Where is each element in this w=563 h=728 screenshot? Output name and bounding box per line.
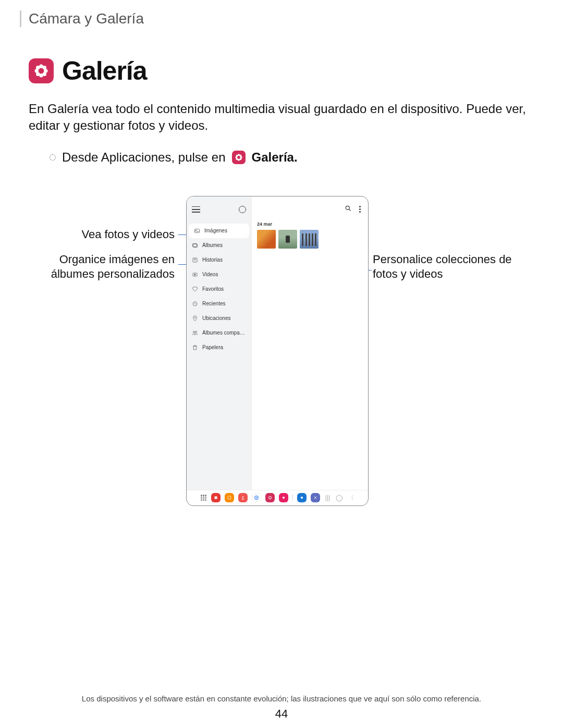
locations-icon (192, 315, 198, 322)
svg-point-8 (40, 69, 43, 72)
gallery-main-area: 24 mar (252, 196, 368, 490)
svg-point-38 (270, 497, 271, 498)
sidebar-item-label: Papelera (202, 344, 223, 350)
taskbar-app-icon[interactable] (238, 493, 248, 502)
sidebar-item-imagenes[interactable]: Imágenes (189, 224, 249, 238)
sidebar-item-albumes[interactable]: › Álbumes (187, 238, 251, 253)
breadcrumb: Cámara y Galería (20, 10, 534, 27)
photo-thumbnail[interactable] (278, 230, 297, 249)
instruction-row: Desde Aplicaciones, pulse en Galería. (50, 150, 534, 165)
sidebar-item-label: Videos (202, 272, 218, 277)
sidebar-item-favoritos[interactable]: Favoritos (187, 282, 251, 297)
breadcrumb-text: Cámara y Galería (29, 10, 534, 27)
sidebar-item-label: Ubicaciones (202, 315, 230, 321)
apps-grid-icon[interactable] (201, 495, 207, 501)
sidebar-item-label: Recientes (202, 301, 225, 306)
svg-point-32 (255, 497, 257, 499)
callout-organize-albums: Organice imágenes en álbumes personaliza… (29, 252, 175, 282)
bullet-icon (50, 154, 56, 161)
chevron-right-icon: › (186, 243, 187, 248)
svg-point-41 (282, 497, 284, 499)
gear-icon[interactable] (239, 206, 246, 213)
svg-point-25 (193, 331, 195, 332)
gallery-sidebar: Imágenes › Álbumes Historias (187, 196, 252, 490)
taskbar: ||| ◯ 〈 (187, 490, 368, 505)
nav-back-icon[interactable]: 〈 (347, 493, 354, 502)
svg-point-40 (270, 498, 271, 499)
sidebar-item-videos[interactable]: Videos (187, 267, 251, 282)
date-header: 24 mar (257, 221, 363, 227)
shared-albums-icon (192, 330, 198, 336)
sidebar-item-label: Favoritos (202, 286, 224, 292)
svg-point-15 (236, 158, 238, 160)
gallery-app-icon-small (232, 151, 246, 164)
device-mockup: Imágenes › Álbumes Historias (186, 196, 369, 506)
photo-thumbnails (257, 230, 363, 249)
svg-point-6 (36, 72, 40, 77)
sidebar-item-shared-albums[interactable]: Álbumes compart… (187, 326, 251, 340)
photo-thumbnail[interactable] (300, 230, 319, 249)
images-icon (194, 228, 200, 234)
gallery-app-icon (29, 58, 54, 83)
footnote: Los dispositivos y el software están en … (0, 694, 563, 703)
hamburger-icon[interactable] (192, 206, 200, 213)
callout-personalize-collections: Personalice colecciones de fotos y video… (373, 252, 519, 282)
sidebar-item-recientes[interactable]: Recientes (187, 297, 251, 311)
svg-point-37 (268, 497, 270, 498)
svg-point-16 (239, 158, 241, 160)
taskbar-app-icon[interactable] (225, 493, 234, 502)
callout-view-photos: Vea fotos y videos (29, 227, 175, 242)
svg-point-30 (242, 497, 243, 498)
instruction-app-name: Galería. (252, 150, 298, 165)
nav-recents-icon[interactable]: ||| (324, 494, 332, 501)
svg-point-35 (268, 497, 269, 498)
svg-point-36 (271, 497, 272, 498)
nav-home-icon[interactable]: ◯ (336, 494, 343, 501)
svg-point-24 (194, 317, 195, 318)
svg-point-5 (43, 66, 47, 70)
taskbar-chrome-icon[interactable] (252, 493, 261, 502)
sidebar-item-label: Álbumes compart… (202, 330, 246, 336)
svg-point-7 (43, 72, 47, 77)
taskbar-app-icon[interactable] (211, 493, 221, 502)
intro-text: En Galería vea todo el contenido multime… (29, 101, 534, 134)
more-options-icon[interactable] (359, 206, 361, 213)
svg-point-42 (300, 497, 302, 499)
sidebar-item-label: Imágenes (204, 228, 227, 233)
albums-icon (192, 242, 198, 249)
svg-point-13 (236, 154, 238, 156)
page-title: Galería (62, 56, 147, 86)
sidebar-item-label: Álbumes (202, 242, 223, 248)
diagram-area: Vea fotos y videos Organice imágenes en … (29, 196, 534, 509)
svg-point-39 (268, 498, 270, 499)
recent-icon (192, 301, 198, 307)
svg-rect-29 (228, 496, 231, 499)
photo-thumbnail[interactable] (257, 230, 276, 249)
svg-point-14 (239, 154, 241, 156)
instruction-prefix: Desde Aplicaciones, pulse en (62, 150, 226, 165)
stories-icon (192, 257, 198, 263)
svg-rect-28 (214, 497, 217, 499)
search-icon[interactable] (345, 205, 352, 214)
sidebar-item-historias[interactable]: Historias (187, 253, 251, 267)
videos-icon (192, 272, 198, 278)
favorites-icon (192, 286, 198, 292)
sidebar-item-label: Historias (202, 257, 223, 263)
svg-rect-17 (195, 229, 200, 232)
svg-point-4 (36, 66, 40, 70)
trash-icon (192, 344, 198, 351)
svg-point-27 (346, 206, 349, 209)
taskbar-app-icon[interactable] (297, 493, 307, 502)
sidebar-item-papelera[interactable]: Papelera (187, 340, 251, 355)
taskbar-divider (292, 494, 293, 501)
sidebar-item-ubicaciones[interactable]: Ubicaciones (187, 311, 251, 326)
svg-point-26 (195, 331, 197, 332)
taskbar-app-icon[interactable] (279, 493, 288, 502)
title-row: Galería (29, 56, 534, 86)
svg-point-33 (270, 496, 271, 497)
page-number: 44 (0, 707, 563, 721)
svg-point-34 (270, 499, 271, 500)
taskbar-gallery-icon[interactable] (265, 493, 275, 502)
taskbar-app-icon[interactable] (311, 493, 320, 502)
